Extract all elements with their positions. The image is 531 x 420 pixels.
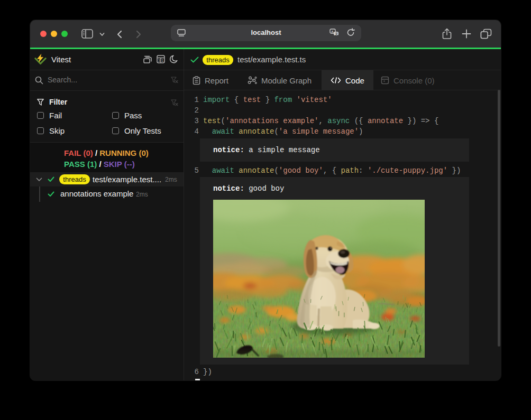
svg-text:1: 1 [162,59,164,62]
svg-text:A: A [331,30,334,33]
svg-text:3: 3 [158,59,160,62]
svg-text:文: 文 [335,32,338,35]
